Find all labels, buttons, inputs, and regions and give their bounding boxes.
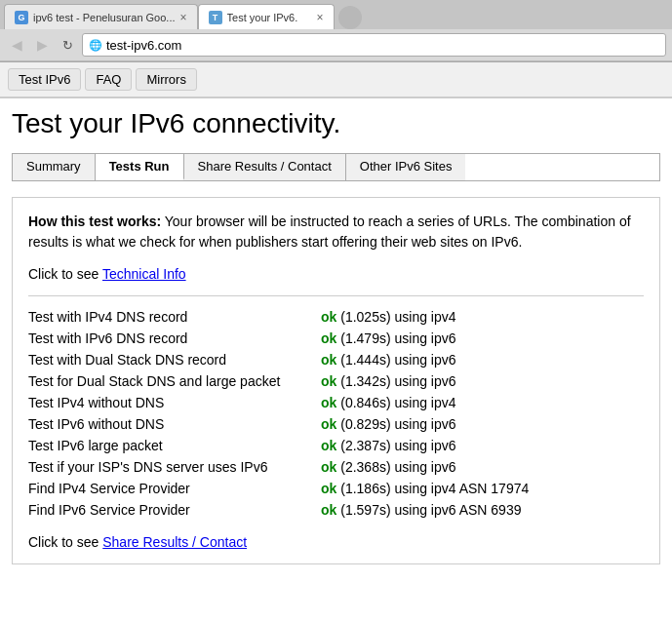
test-ok-status: ok [321, 352, 340, 368]
tab-1-close[interactable]: × [180, 11, 187, 24]
test-result: ok (1.342s) using ipv6 [321, 373, 644, 389]
test-detail: (1.479s) using ipv6 [340, 330, 455, 346]
test-name: Test IPv6 large packet [28, 438, 321, 453]
test-detail: (0.829s) using ipv6 [340, 416, 455, 432]
content-tabs: Summary Tests Run Share Results / Contac… [12, 153, 660, 181]
test-detail: (1.597s) using ipv6 ASN 6939 [340, 502, 521, 518]
nav-faq[interactable]: FAQ [85, 68, 132, 91]
test-result: ok (1.186s) using ipv4 ASN 17974 [321, 481, 644, 496]
forward-button[interactable]: ▶ [31, 34, 53, 56]
tab-1[interactable]: G ipv6 test - Penelusuran Goo... × [4, 4, 198, 29]
test-result: ok (1.025s) using ipv4 [321, 309, 644, 325]
page-title: Test your IPv6 connectivity. [12, 108, 660, 139]
content-area: How this test works: Your browser will b… [12, 197, 660, 564]
address-bar[interactable]: 🌐 test-ipv6.com [82, 33, 666, 57]
test-ok-status: ok [321, 459, 340, 475]
url-text: test-ipv6.com [106, 38, 181, 53]
test-row: Test with IPv6 DNS recordok (1.479s) usi… [28, 328, 644, 349]
tab-2-title: Test your IPv6. [227, 12, 312, 23]
test-detail: (1.186s) using ipv4 ASN 17974 [340, 481, 529, 496]
how-it-works: How this test works: Your browser will b… [28, 212, 644, 252]
test-row: Test IPv6 large packetok (2.387s) using … [28, 435, 644, 456]
test-name: Test IPv6 without DNS [28, 416, 321, 432]
test-name: Test if your ISP's DNS server uses IPv6 [28, 459, 321, 475]
test-result: ok (2.387s) using ipv6 [321, 438, 644, 453]
test-row: Find IPv4 Service Providerok (1.186s) us… [28, 478, 644, 499]
test-name: Test for Dual Stack DNS and large packet [28, 373, 321, 389]
test-detail: (1.444s) using ipv6 [340, 352, 455, 368]
toolbar: ◀ ▶ ↻ 🌐 test-ipv6.com [0, 29, 672, 61]
test-detail: (2.368s) using ipv6 [340, 459, 455, 475]
test-name: Find IPv4 Service Provider [28, 481, 321, 496]
bottom-prefix: Click to see [28, 534, 102, 550]
tech-info-prefix: Click to see [28, 266, 102, 282]
test-result: ok (0.846s) using ipv4 [321, 395, 644, 410]
test-name: Test IPv4 without DNS [28, 395, 321, 410]
browser-chrome: G ipv6 test - Penelusuran Goo... × T Tes… [0, 0, 672, 62]
tab-1-title: ipv6 test - Penelusuran Goo... [33, 12, 176, 23]
nav-mirrors[interactable]: Mirrors [136, 68, 196, 91]
tab-share-results[interactable]: Share Results / Contact [184, 154, 346, 180]
test-detail: (2.387s) using ipv6 [340, 438, 455, 453]
back-button[interactable]: ◀ [6, 34, 27, 56]
test-ok-status: ok [321, 373, 340, 389]
tab-summary[interactable]: Summary [13, 154, 96, 180]
test-results: Test with IPv4 DNS recordok (1.025s) usi… [28, 306, 644, 521]
test-result: ok (1.444s) using ipv6 [321, 352, 644, 368]
test-name: Test with IPv4 DNS record [28, 309, 321, 325]
test-detail: (1.342s) using ipv6 [340, 373, 455, 389]
test-row: Test with IPv4 DNS recordok (1.025s) usi… [28, 306, 644, 328]
test-result: ok (2.368s) using ipv6 [321, 459, 644, 475]
tab-1-favicon: G [15, 11, 28, 24]
tab-tests-run[interactable]: Tests Run [96, 154, 184, 180]
page-navigation: Test IPv6 FAQ Mirrors [0, 62, 672, 98]
reload-button[interactable]: ↻ [57, 34, 78, 56]
test-name: Test with IPv6 DNS record [28, 330, 321, 346]
test-ok-status: ok [321, 481, 340, 496]
test-detail: (0.846s) using ipv4 [340, 395, 455, 410]
test-ok-status: ok [321, 502, 340, 518]
technical-info-link[interactable]: Technical Info [102, 266, 186, 282]
test-row: Test with Dual Stack DNS recordok (1.444… [28, 349, 644, 370]
tab-2-favicon: T [209, 11, 222, 24]
bottom-link-container: Click to see Share Results / Contact [28, 534, 644, 550]
test-name: Find IPv6 Service Provider [28, 502, 321, 518]
test-row: Find IPv6 Service Providerok (1.597s) us… [28, 499, 644, 521]
page-icon: 🌐 [89, 39, 102, 52]
test-result: ok (0.829s) using ipv6 [321, 416, 644, 432]
test-name: Test with Dual Stack DNS record [28, 352, 321, 368]
new-tab-button[interactable] [338, 6, 362, 29]
test-ok-status: ok [321, 309, 340, 325]
tab-2-close[interactable]: × [317, 11, 324, 24]
test-ok-status: ok [321, 438, 340, 453]
how-it-works-bold: How this test works: [28, 213, 161, 229]
tab-other-ipv6[interactable]: Other IPv6 Sites [346, 154, 466, 180]
test-row: Test for Dual Stack DNS and large packet… [28, 370, 644, 392]
test-result: ok (1.479s) using ipv6 [321, 330, 644, 346]
divider [28, 295, 644, 296]
nav-test-ipv6[interactable]: Test IPv6 [8, 68, 81, 91]
test-row: Test if your ISP's DNS server uses IPv6o… [28, 456, 644, 478]
test-row: Test IPv4 without DNSok (0.846s) using i… [28, 392, 644, 413]
tab-bar: G ipv6 test - Penelusuran Goo... × T Tes… [0, 0, 672, 29]
tab-2[interactable]: T Test your IPv6. × [198, 4, 335, 29]
tech-info-link-container: Click to see Technical Info [28, 266, 644, 282]
test-ok-status: ok [321, 330, 340, 346]
test-row: Test IPv6 without DNSok (0.829s) using i… [28, 413, 644, 435]
test-ok-status: ok [321, 416, 340, 432]
test-result: ok (1.597s) using ipv6 ASN 6939 [321, 502, 644, 518]
test-detail: (1.025s) using ipv4 [340, 309, 455, 325]
test-ok-status: ok [321, 395, 340, 410]
share-results-link[interactable]: Share Results / Contact [102, 534, 247, 550]
page-content: Test your IPv6 connectivity. Summary Tes… [0, 98, 672, 574]
